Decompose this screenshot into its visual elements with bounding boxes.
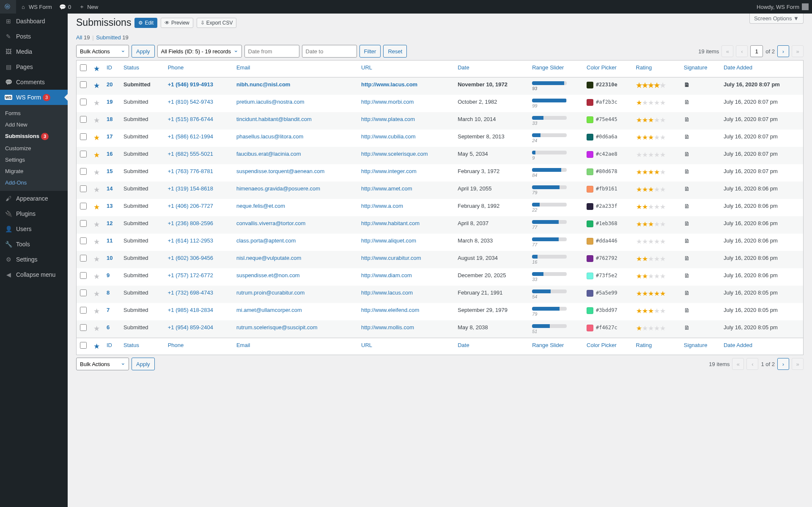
date-from-input[interactable] [244,45,299,58]
row-checkbox[interactable] [80,272,87,279]
phone-link[interactable]: +1 (602) 306-9456 [168,255,213,261]
prev-page-button-bottom[interactable]: ‹ [746,358,758,370]
email-link[interactable]: rutrum.scelerisque@suscipit.com [236,324,318,331]
row-checkbox[interactable] [80,324,87,331]
comments-bubble[interactable]: 💬0 [55,0,74,14]
phone-link[interactable]: +1 (757) 172-6772 [168,272,213,278]
reset-button[interactable]: Reset [383,45,407,58]
row-checkbox[interactable] [80,81,87,88]
phone-link[interactable]: +1 (614) 112-2953 [168,237,213,244]
star-toggle[interactable]: ★ [93,220,100,229]
email-link[interactable]: nibh.nunc@nisl.com [236,81,291,88]
row-checkbox[interactable] [80,99,87,105]
sidebar-item-comments[interactable]: 💬Comments [0,74,68,90]
col-color-picker[interactable]: Color Picker [583,61,633,77]
sidebar-item-settings[interactable]: ⚙Settings [0,252,68,267]
id-link[interactable]: 11 [107,237,112,244]
url-link[interactable]: http://www.a.com [361,203,403,209]
col-status[interactable]: Status [120,61,165,77]
row-checkbox[interactable] [80,220,87,227]
col-url[interactable]: URL [358,338,454,355]
col-rating[interactable]: Rating [633,61,680,77]
url-link[interactable]: http://www.scelerisque.com [361,151,428,157]
email-link[interactable]: tincidunt.habitant@blandit.com [236,116,312,122]
sidebar-item-collapse-menu[interactable]: ◀Collapse menu [0,267,68,282]
phone-link[interactable]: +1 (319) 154-8618 [168,185,213,192]
col-url[interactable]: URL [358,61,454,77]
email-link[interactable]: rutrum.proin@curabitur.com [236,289,304,296]
row-checkbox[interactable] [80,185,87,192]
phone-link[interactable]: +1 (682) 555-5021 [168,151,213,157]
col-range-slider[interactable]: Range Slider [529,338,583,355]
field-select[interactable]: All Fields (ID: 5) - 19 records [157,45,242,58]
submenu-item-settings[interactable]: Settings [0,154,68,165]
id-link[interactable]: 19 [107,99,112,105]
col-color-picker[interactable]: Color Picker [583,338,633,355]
url-link[interactable]: http://www.mollis.com [361,324,414,331]
id-link[interactable]: 7 [107,307,110,313]
star-toggle[interactable]: ★ [93,82,100,90]
url-link[interactable]: http://www.integer.com [361,168,417,174]
star-toggle[interactable]: ★ [93,325,100,333]
col-email[interactable]: Email [233,61,358,77]
sidebar-item-tools[interactable]: 🔧Tools [0,237,68,252]
col-range-slider[interactable]: Range Slider [529,61,583,77]
id-link[interactable]: 15 [107,168,112,174]
phone-link[interactable]: +1 (236) 808-2596 [168,220,213,226]
filter-submitted[interactable]: Submitted [96,34,121,41]
star-toggle[interactable]: ★ [93,186,100,194]
submenu-item-add-ons[interactable]: Add-Ons [0,177,68,188]
star-toggle[interactable]: ★ [93,168,100,176]
id-link[interactable]: 10 [107,255,112,261]
last-page-button-bottom[interactable]: » [792,358,804,370]
col-date[interactable]: Date [454,338,529,355]
filter-button[interactable]: Filter [359,45,381,58]
id-link[interactable]: 18 [107,116,112,122]
row-checkbox[interactable] [80,133,87,140]
sidebar-item-posts[interactable]: ✎Posts [0,29,68,44]
col-signature[interactable]: Signature [680,61,720,77]
submenu-item-add-new[interactable]: Add New [0,119,68,130]
phone-link[interactable]: +1 (546) 919-4913 [168,81,213,88]
filter-all[interactable]: All [76,34,82,41]
star-toggle[interactable]: ★ [93,99,100,107]
sidebar-item-pages[interactable]: ▤Pages [0,59,68,74]
url-link[interactable]: http://www.cubilia.com [361,133,416,140]
star-header[interactable]: ★ [90,338,103,355]
star-toggle[interactable]: ★ [93,134,100,142]
star-toggle[interactable]: ★ [93,307,100,315]
preview-button[interactable]: 👁Preview [161,18,193,28]
email-link[interactable]: himenaeos.gravida@posuere.com [236,185,320,192]
row-checkbox[interactable] [80,307,87,314]
email-link[interactable]: neque.felis@et.com [236,203,285,209]
row-checkbox[interactable] [80,203,87,209]
id-link[interactable]: 9 [107,272,110,278]
col-email[interactable]: Email [233,338,358,355]
id-link[interactable]: 16 [107,151,112,157]
id-link[interactable]: 8 [107,289,110,296]
url-link[interactable]: http://www.platea.com [361,116,415,122]
phone-link[interactable]: +1 (515) 876-6744 [168,116,213,122]
date-to-input[interactable] [302,45,357,58]
first-page-button-bottom[interactable]: « [732,358,744,370]
email-link[interactable]: suspendisse.torquent@aenean.com [236,168,324,174]
id-link[interactable]: 13 [107,203,112,209]
bulk-actions-select[interactable]: Bulk Actions [76,45,129,58]
phone-link[interactable]: +1 (406) 206-7727 [168,203,213,209]
id-link[interactable]: 6 [107,324,110,331]
sidebar-item-plugins[interactable]: 🔌Plugins [0,206,68,221]
url-link[interactable]: http://www.lacus.com [361,81,417,88]
apply-bulk-button-bottom[interactable]: Apply [132,358,155,370]
edit-button[interactable]: ⚙Edit [134,18,157,28]
next-page-button-bottom[interactable]: › [777,358,789,370]
submenu-item-customize[interactable]: Customize [0,143,68,154]
last-page-button[interactable]: » [792,45,804,57]
screen-options-toggle[interactable]: Screen Options ▼ [749,14,804,24]
apply-bulk-button[interactable]: Apply [132,45,155,58]
row-checkbox[interactable] [80,151,87,157]
sidebar-item-dashboard[interactable]: ⊞Dashboard [0,14,68,29]
phone-link[interactable]: +1 (810) 542-9743 [168,99,213,105]
email-link[interactable]: nisl.neque@vulputate.com [236,255,301,261]
row-checkbox[interactable] [80,168,87,175]
export-csv-button[interactable]: ⇩Export CSV [197,18,237,28]
